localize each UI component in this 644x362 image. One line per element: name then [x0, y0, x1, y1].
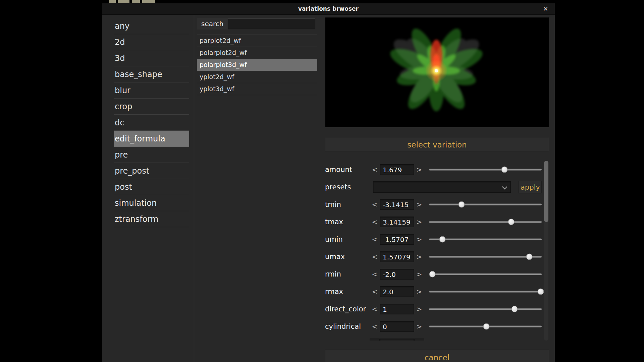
- category-item-post[interactable]: post: [114, 179, 189, 195]
- param-slider[interactable]: [429, 286, 542, 297]
- increment-button[interactable]: >: [414, 218, 424, 226]
- slider-handle[interactable]: [512, 306, 518, 312]
- param-value-field[interactable]: 0: [380, 321, 414, 332]
- increment-button[interactable]: >: [414, 200, 424, 208]
- variation-item-parplot2d-wf[interactable]: parplot2d_wf: [197, 35, 317, 47]
- category-item-2d[interactable]: 2d: [114, 34, 189, 50]
- fractal-flower-image: [325, 17, 549, 127]
- param-value-field[interactable]: -3.1415: [380, 199, 414, 210]
- param-row-umin: umin < -1.5707 >: [325, 231, 549, 248]
- param-value-field[interactable]: 1.679: [380, 164, 414, 175]
- scrollbar-thumb[interactable]: [544, 161, 548, 222]
- slider-handle[interactable]: [526, 254, 533, 260]
- increment-button[interactable]: >: [414, 322, 424, 330]
- increment-button[interactable]: >: [414, 166, 424, 174]
- cancel-button[interactable]: cancel: [325, 350, 549, 362]
- slider-handle[interactable]: [439, 236, 446, 243]
- increment-button[interactable]: >: [414, 235, 424, 243]
- param-value-field[interactable]: 2.0: [380, 286, 414, 297]
- background-window-fragment: [142, 0, 155, 3]
- slider-handle[interactable]: [501, 167, 508, 173]
- slider-track[interactable]: [429, 274, 542, 275]
- background-window-fragment: [118, 0, 129, 3]
- variation-item-polarplot3d-wf-selected[interactable]: polarplot3d_wf: [197, 59, 317, 71]
- category-item-ztransform[interactable]: ztransform: [114, 211, 189, 227]
- param-slider[interactable]: [429, 251, 542, 262]
- decrement-button[interactable]: [370, 339, 380, 341]
- increment-button[interactable]: [414, 339, 424, 341]
- category-item-base-shape[interactable]: base_shape: [114, 66, 189, 82]
- slider-handle[interactable]: [459, 201, 465, 208]
- category-item-edit-formula-selected[interactable]: edit_formula: [114, 131, 189, 147]
- close-button[interactable]: ✕: [543, 3, 548, 14]
- param-row-presets: presets apply: [325, 178, 549, 196]
- param-slider[interactable]: [429, 234, 542, 245]
- decrement-button[interactable]: <: [370, 218, 380, 226]
- param-row-cylindrical: cylindrical < 0 >: [325, 318, 549, 335]
- slider-track[interactable]: [429, 221, 542, 223]
- param-value-field[interactable]: 1: [380, 304, 414, 314]
- param-slider[interactable]: [429, 216, 542, 228]
- category-item-pre-post[interactable]: pre_post: [114, 163, 189, 179]
- category-item-simulation[interactable]: simulation: [114, 195, 189, 211]
- category-item-pre[interactable]: pre: [114, 147, 189, 163]
- param-value-field[interactable]: [380, 339, 414, 341]
- decrement-button[interactable]: <: [370, 200, 380, 208]
- param-value-field[interactable]: -1.5707: [380, 234, 414, 245]
- category-item-any[interactable]: any: [114, 18, 189, 34]
- slider-handle[interactable]: [429, 271, 436, 278]
- decrement-button[interactable]: <: [370, 288, 380, 296]
- slider-handle[interactable]: [508, 219, 515, 225]
- decrement-button[interactable]: <: [370, 305, 380, 313]
- vertical-scrollbar[interactable]: [544, 161, 548, 341]
- param-label: rmax: [325, 288, 370, 296]
- param-value-field[interactable]: 3.14159: [380, 217, 414, 227]
- increment-button[interactable]: >: [414, 270, 424, 278]
- decrement-button[interactable]: <: [370, 166, 380, 174]
- fractal-preview: [325, 17, 549, 127]
- category-item-blur[interactable]: blur: [114, 82, 189, 99]
- title-bar[interactable]: variations brwoser ✕: [102, 3, 555, 15]
- decrement-button[interactable]: <: [370, 235, 380, 243]
- category-item-dc[interactable]: dc: [114, 115, 189, 131]
- variation-item-yplot2d-wf[interactable]: yplot2d_wf: [197, 71, 317, 83]
- slider-track[interactable]: [429, 308, 542, 310]
- param-row-rmin: rmin < -2.0 >: [325, 265, 549, 283]
- param-row-partial: [325, 335, 549, 341]
- increment-button[interactable]: >: [414, 288, 424, 296]
- slider-handle[interactable]: [537, 289, 544, 295]
- panel-divider: [194, 15, 194, 362]
- increment-button[interactable]: >: [414, 253, 424, 261]
- search-input[interactable]: [228, 18, 315, 29]
- slider-track[interactable]: [429, 256, 542, 258]
- category-item-3d[interactable]: 3d: [114, 50, 189, 66]
- param-slider[interactable]: [429, 199, 542, 210]
- decrement-button[interactable]: <: [370, 270, 380, 278]
- param-value-field[interactable]: -2.0: [380, 269, 414, 280]
- slider-track[interactable]: [429, 169, 542, 171]
- category-item-crop[interactable]: crop: [114, 99, 189, 115]
- category-list: any 2d 3d base_shape blur crop dc edit_f…: [114, 18, 189, 227]
- increment-button[interactable]: >: [414, 305, 424, 313]
- param-slider[interactable]: [429, 321, 542, 332]
- param-label: cylindrical: [325, 322, 370, 330]
- decrement-button[interactable]: <: [370, 322, 380, 330]
- search-row: search: [197, 18, 315, 29]
- param-label: tmin: [325, 200, 370, 208]
- param-slider[interactable]: [429, 164, 542, 175]
- slider-handle[interactable]: [483, 323, 490, 330]
- param-value-field[interactable]: 1.57079: [380, 251, 414, 262]
- param-slider[interactable]: [429, 268, 542, 280]
- slider-track[interactable]: [429, 204, 542, 205]
- param-row-amount: amount < 1.679 >: [325, 161, 549, 178]
- select-variation-button[interactable]: select variation: [325, 137, 549, 152]
- variation-item-yplot3d-wf[interactable]: yplot3d_wf: [197, 83, 317, 95]
- slider-track[interactable]: [429, 239, 542, 240]
- param-slider[interactable]: [429, 303, 542, 315]
- presets-dropdown[interactable]: [373, 181, 511, 193]
- slider-track[interactable]: [429, 291, 542, 293]
- apply-button[interactable]: apply: [518, 181, 542, 193]
- variation-item-polarplot2d-wf[interactable]: polarplot2d_wf: [197, 47, 317, 59]
- parameters-panel: amount < 1.679 > presets apply tmin < -3…: [325, 161, 549, 341]
- decrement-button[interactable]: <: [370, 253, 380, 261]
